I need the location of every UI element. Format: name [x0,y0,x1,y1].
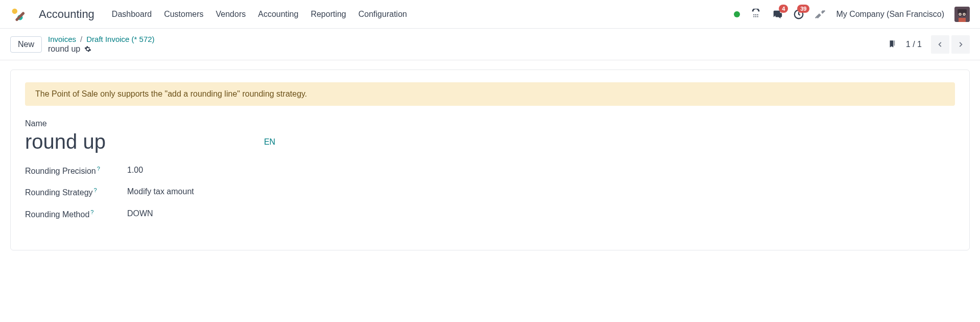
rounding-strategy-label-text: Rounding Strategy [25,189,93,197]
systray: 4 39 My Company (San Francisco) [734,7,970,22]
app-logo[interactable] [10,7,25,21]
breadcrumb-separator: / [80,35,82,43]
svg-rect-8 [757,16,758,17]
breadcrumb-current: round up [48,44,80,54]
rounding-strategy-value[interactable]: Modify tax amount [127,187,434,197]
svg-rect-4 [755,14,756,15]
navbar: Accounting Dashboard Customers Vendors A… [0,0,980,29]
tools-icon[interactable] [815,9,826,20]
help-icon[interactable]: ? [90,209,93,215]
language-badge[interactable]: EN [264,137,275,147]
bookmark-icon[interactable] [888,39,897,50]
new-button[interactable]: New [10,36,42,53]
pager-text[interactable]: 1 / 1 [906,40,922,49]
activities-badge: 39 [797,5,809,13]
field-grid: Rounding Precision? 1.00 Rounding Strate… [25,166,434,219]
control-panel: New Invoices / Draft Invoice (* 572) rou… [0,29,980,60]
messages-badge: 4 [779,5,788,13]
messages-icon[interactable]: 4 [772,9,783,20]
help-icon[interactable]: ? [97,166,100,172]
gear-icon[interactable] [84,45,91,53]
svg-rect-6 [754,16,755,17]
pager-group [931,35,970,54]
nav-dashboard[interactable]: Dashboard [112,8,152,21]
rounding-method-value[interactable]: DOWN [127,209,434,219]
svg-rect-5 [757,14,758,15]
svg-point-0 [12,8,18,14]
svg-rect-3 [754,14,755,15]
rounding-method-label: Rounding Method? [25,209,117,219]
phone-icon[interactable] [750,9,761,20]
breadcrumb-invoices[interactable]: Invoices [48,35,76,43]
nav-configuration[interactable]: Configuration [358,8,407,21]
pager-prev-button[interactable] [931,35,949,54]
breadcrumb-draft-invoice[interactable]: Draft Invoice (* 572) [86,35,154,43]
form-sheet: The Point of Sale only supports the "add… [10,70,970,250]
rounding-method-label-text: Rounding Method [25,210,89,219]
nav-accounting[interactable]: Accounting [258,8,298,21]
company-selector[interactable]: My Company (San Francisco) [836,10,944,19]
nav-customers[interactable]: Customers [164,8,203,21]
svg-point-15 [960,14,961,15]
app-title[interactable]: Accounting [39,8,94,21]
pager-next-button[interactable] [951,35,970,54]
activities-icon[interactable]: 39 [793,9,804,20]
breadcrumb: Invoices / Draft Invoice (* 572) round u… [48,35,155,54]
rounding-precision-label-text: Rounding Precision [25,167,96,175]
help-icon[interactable]: ? [94,187,97,193]
name-field[interactable]: round up [25,130,106,153]
control-panel-right: 1 / 1 [888,35,970,54]
avatar[interactable] [954,7,970,22]
nav-reporting[interactable]: Reporting [310,8,346,21]
status-dot-icon [734,11,740,17]
rounding-precision-value[interactable]: 1.00 [127,166,434,176]
rounding-precision-label: Rounding Precision? [25,166,117,176]
svg-rect-7 [755,16,756,17]
name-label: Name [25,119,955,128]
nav-vendors[interactable]: Vendors [216,8,246,21]
rounding-strategy-label: Rounding Strategy? [25,187,117,197]
sheet-container: The Point of Sale only supports the "add… [0,60,980,260]
warning-alert: The Point of Sale only supports the "add… [25,82,955,106]
svg-point-16 [964,14,965,15]
svg-rect-14 [959,18,966,22]
